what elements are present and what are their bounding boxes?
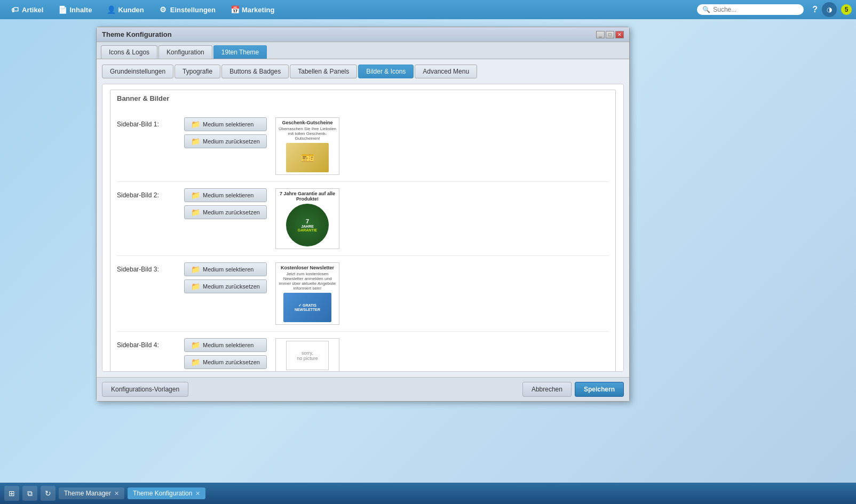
itab-advanced[interactable]: Advanced Menu <box>415 65 477 78</box>
sidebar-row-2: Sidebar-Bild 2: 📁 Medium selektieren 📁 M… <box>117 182 609 256</box>
image-preview-4: sorry,no picture <box>275 338 339 372</box>
itab-tabellen[interactable]: Tabellen & Panels <box>290 65 357 78</box>
taskbar-close-theme-konfiguration[interactable]: ✕ <box>195 490 200 497</box>
tab-konfiguration[interactable]: Konfiguration <box>158 45 212 59</box>
footer-left: Konfigurations-Vorlagen <box>102 382 522 397</box>
preview-img-2: 7 JAHRE GARANTIE <box>286 204 329 246</box>
preview-title-3: Kostenloser Newsletter <box>281 265 334 270</box>
inhalte-icon: 📄 <box>58 5 67 14</box>
sidebar-label-1: Sidebar-Bild 1: <box>117 117 176 128</box>
minimize-button[interactable]: _ <box>596 31 605 38</box>
footer-right: Abbrechen Speichern <box>522 382 624 397</box>
window-tabs: Icons & Logos Konfiguration 19ten Theme <box>97 42 629 59</box>
sidebar-label-4: Sidebar-Bild 4: <box>117 338 176 349</box>
reset-media-btn-2[interactable]: 📁 Medium zurücksetzen <box>184 205 267 219</box>
section-title: Banner & Bilder <box>117 94 609 105</box>
preview-img-1: 🎫 <box>286 143 329 172</box>
image-preview-1: Geschenk-Gutscheine Überraschen Sie Ihre… <box>275 117 339 175</box>
media-reset-icon-4: 📁 <box>191 358 200 366</box>
select-media-btn-3[interactable]: 📁 Medium selektieren <box>184 262 267 276</box>
nav-item-kunden[interactable]: 👤 Kunden <box>100 3 150 16</box>
taskbar-icon-3[interactable]: ↻ <box>41 486 56 501</box>
window-footer: Konfigurations-Vorlagen Abbrechen Speich… <box>97 377 629 401</box>
media-reset-icon-1: 📁 <box>191 137 200 146</box>
nav-item-marketing[interactable]: 📅 Marketing <box>224 3 281 16</box>
itab-typografie[interactable]: Typografie <box>175 65 220 78</box>
banner-section: Banner & Bilder Sidebar-Bild 1: 📁 Medium… <box>102 84 623 372</box>
window-controls: _ □ ✕ <box>596 31 624 38</box>
reset-media-btn-4[interactable]: 📁 Medium zurücksetzen <box>184 355 267 369</box>
search-bar[interactable]: 🔍 <box>697 4 804 15</box>
itab-bilder[interactable]: Bilder & Icons <box>358 65 414 78</box>
nav-right: ? ◑ 5 <box>812 2 852 17</box>
sidebar-buttons-3: 📁 Medium selektieren 📁 Medium zurücksetz… <box>184 262 267 293</box>
search-icon: 🔍 <box>702 6 710 13</box>
preview-subtitle-3: Jetzt zum kostenlosen Newsletter anmelde… <box>278 271 337 291</box>
sidebar-buttons-2: 📁 Medium selektieren 📁 Medium zurücksetz… <box>184 188 267 219</box>
inner-tabs: Grundeinstellungen Typografie Buttons & … <box>102 65 624 78</box>
marketing-icon: 📅 <box>231 5 239 14</box>
media-select-icon-2: 📁 <box>191 191 200 199</box>
sidebar-buttons-4: 📁 Medium selektieren 📁 Medium zurücksetz… <box>184 338 267 369</box>
notification-badge: 5 <box>841 4 852 15</box>
maximize-button[interactable]: □ <box>606 31 614 38</box>
taskbar-icon-1[interactable]: ⊞ <box>4 486 19 501</box>
media-select-icon-4: 📁 <box>191 341 200 349</box>
preview-img-3: ✓ GRATIS NEWSLETTER <box>283 293 331 322</box>
preview-subtitle-1: Überraschen Sie Ihre Liebsten mit tollen… <box>278 126 337 141</box>
avatar: ◑ <box>822 2 837 17</box>
window-title: Theme Konfiguration <box>102 30 172 38</box>
tab-icons-logos[interactable]: Icons & Logos <box>101 45 157 59</box>
help-icon[interactable]: ? <box>812 5 818 14</box>
close-button[interactable]: ✕ <box>615 31 624 38</box>
search-input[interactable] <box>713 6 798 13</box>
tab-19ten-theme[interactable]: 19ten Theme <box>213 45 267 59</box>
sidebar-buttons-1: 📁 Medium selektieren 📁 Medium zurücksetz… <box>184 117 267 148</box>
itab-buttons[interactable]: Buttons & Badges <box>221 65 289 78</box>
media-reset-icon-3: 📁 <box>191 282 200 291</box>
taskbar: ⊞ ⧉ ↻ Theme Manager ✕ Theme Konfiguratio… <box>0 483 856 504</box>
nav-item-inhalte[interactable]: 📄 Inhalte <box>52 3 98 16</box>
nav-item-artikel[interactable]: 🏷 Artikel <box>4 3 50 16</box>
sidebar-row-4: Sidebar-Bild 4: 📁 Medium selektieren 📁 M… <box>117 332 609 372</box>
select-media-btn-2[interactable]: 📁 Medium selektieren <box>184 188 267 202</box>
speichern-button[interactable]: Speichern <box>575 382 624 397</box>
kunden-icon: 👤 <box>107 5 115 14</box>
taskbar-close-theme-manager[interactable]: ✕ <box>114 490 119 497</box>
select-media-btn-1[interactable]: 📁 Medium selektieren <box>184 117 267 131</box>
media-select-icon-3: 📁 <box>191 265 200 274</box>
artikel-icon: 🏷 <box>11 5 19 14</box>
content-scroll-panel[interactable]: Banner & Bilder Sidebar-Bild 1: 📁 Medium… <box>102 84 624 372</box>
konfigurations-vorlagen-button[interactable]: Konfigurations-Vorlagen <box>102 382 188 397</box>
section-border: Banner & Bilder Sidebar-Bild 1: 📁 Medium… <box>110 90 616 372</box>
taskbar-tab-theme-manager[interactable]: Theme Manager ✕ <box>59 487 124 499</box>
taskbar-icon-2[interactable]: ⧉ <box>22 486 37 501</box>
select-media-btn-4[interactable]: 📁 Medium selektieren <box>184 338 267 352</box>
preview-title-1: Geschenk-Gutscheine <box>282 120 332 125</box>
preview-img-4: sorry,no picture <box>286 341 329 370</box>
sidebar-label-3: Sidebar-Bild 3: <box>117 262 176 273</box>
media-select-icon-1: 📁 <box>191 120 200 129</box>
nav-item-einstellungen[interactable]: ⚙ Einstellungen <box>153 3 222 16</box>
image-preview-2: 7 Jahre Garantie auf alle Produkte! 7 JA… <box>275 188 339 249</box>
top-navbar: 🏷 Artikel 📄 Inhalte 👤 Kunden ⚙ Einstellu… <box>0 0 856 19</box>
sidebar-label-2: Sidebar-Bild 2: <box>117 188 176 199</box>
abbrechen-button[interactable]: Abbrechen <box>522 382 572 397</box>
media-reset-icon-2: 📁 <box>191 208 200 217</box>
theme-konfiguration-window: Theme Konfiguration _ □ ✕ Icons & Logos … <box>96 27 630 402</box>
reset-media-btn-1[interactable]: 📁 Medium zurücksetzen <box>184 134 267 148</box>
window-titlebar: Theme Konfiguration _ □ ✕ <box>97 27 629 42</box>
reset-media-btn-3[interactable]: 📁 Medium zurücksetzen <box>184 279 267 293</box>
taskbar-tab-theme-konfiguration[interactable]: Theme Konfiguration ✕ <box>128 487 205 499</box>
sidebar-row-3: Sidebar-Bild 3: 📁 Medium selektieren 📁 M… <box>117 256 609 332</box>
itab-grundeinstellungen[interactable]: Grundeinstellungen <box>102 65 173 78</box>
image-preview-3: Kostenloser Newsletter Jetzt zum kostenl… <box>275 262 339 325</box>
window-content: Grundeinstellungen Typografie Buttons & … <box>97 59 629 377</box>
einstellungen-icon: ⚙ <box>159 5 168 14</box>
preview-title-2: 7 Jahre Garantie auf alle Produkte! <box>278 191 337 202</box>
sidebar-row-1: Sidebar-Bild 1: 📁 Medium selektieren 📁 M… <box>117 111 609 182</box>
